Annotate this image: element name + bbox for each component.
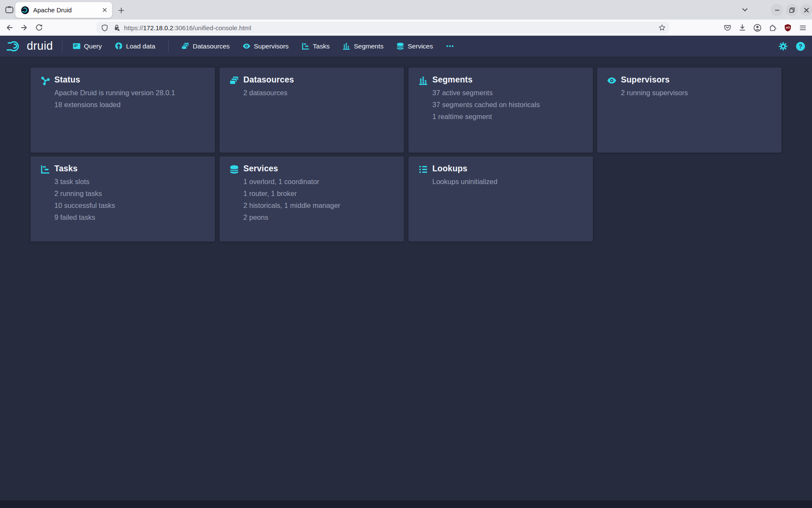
datasources-icon [181,42,189,50]
card-stat-line: Lookups uninitialized [432,178,497,185]
forward-arrow-icon [20,23,28,32]
browser-window: Apache Druid [0,0,812,508]
account-button[interactable] [751,22,763,34]
url-host: 172.18.0.2 [143,24,173,31]
card-status[interactable]: Status Apache Druid is running version 2… [31,68,215,153]
tracking-protection-button[interactable] [100,23,109,32]
card-stat-line: 2 running tasks [54,190,115,197]
browser-tab-apache-druid[interactable]: Apache Druid [15,2,112,18]
restore-icon [789,7,795,14]
card-stat-line: 2 datasources [243,89,288,96]
card-lines: 1 overlord, 1 coordinator 1 router, 1 br… [243,178,340,226]
extensions-button[interactable] [767,22,778,34]
card-stat-line: 10 successful tasks [54,202,115,209]
card-segments[interactable]: Segments 37 active segments 37 segments … [409,68,593,153]
reload-button[interactable] [33,22,45,34]
navbar-divider [62,40,62,52]
card-stat-line: 2 running supervisors [621,89,688,96]
card-services[interactable]: Services 1 overlord, 1 coordinator 1 rou… [220,156,404,241]
card-tasks[interactable]: Tasks 3 task slots 2 running tasks 10 su… [31,156,215,241]
tab-title: Apache Druid [33,6,99,14]
menu-button[interactable] [797,22,809,34]
downloads-button[interactable] [736,22,748,34]
settings-button[interactable] [778,42,788,51]
druid-navbar: druid Query Load data Datasources Superv… [0,36,812,57]
list-all-tabs-button[interactable] [739,4,751,15]
card-stat-line: 3 task slots [54,178,115,185]
card-lines: 2 running supervisors [621,89,688,101]
close-icon [803,7,810,14]
card-title: Services [243,164,278,173]
card-stat-line: 37 segments cached on historicals [432,101,540,108]
nav-item-datasources[interactable]: Datasources [181,42,230,50]
minimize-icon [774,7,781,14]
nav-item-segments[interactable]: Segments [342,42,383,50]
card-stat-line: 2 historicals, 1 middle manager [243,202,340,209]
card-title: Lookups [432,164,468,173]
gantt-chart-icon [40,165,50,174]
card-stat-line: Apache Druid is running version 28.0.1 [54,89,175,96]
url-text: https://172.18.0.2:30616/unified-console… [124,24,657,31]
firefox-view-icon [5,6,14,14]
nav-item-label: Services [408,43,433,50]
card-stat-line: 1 overlord, 1 coordinator [243,178,340,185]
card-stat-line: 18 extensions loaded [54,101,175,108]
plus-icon [117,6,125,14]
firefox-view-button[interactable] [3,5,15,15]
nav-more-button[interactable] [445,42,454,50]
nav-item-query[interactable]: Query [73,42,102,50]
window-minimize-button[interactable] [771,4,783,16]
nav-item-label: Tasks [313,43,330,50]
nav-item-label: Query [84,43,102,50]
lock-warning-icon [113,23,121,32]
new-tab-button[interactable] [116,5,127,16]
back-button[interactable] [3,22,15,34]
card-datasources[interactable]: Datasources 2 datasources [220,68,404,153]
card-lines: 37 active segments 37 segments cached on… [432,89,540,125]
card-stat-line: 1 router, 1 broker [243,190,340,197]
forward-button[interactable] [18,22,30,34]
reload-icon [35,23,43,32]
help-button[interactable]: ? [796,42,805,51]
nav-item-label: Segments [354,43,383,50]
help-question-mark: ? [799,43,802,49]
gantt-chart-icon [302,42,310,50]
card-stat-line: 1 realtime segment [432,113,540,120]
window-restore-button[interactable] [786,4,798,16]
url-scheme: https:// [124,24,143,31]
eye-icon [607,76,617,85]
card-lines: Lookups uninitialized [432,178,497,190]
nav-item-services[interactable]: Services [396,42,433,50]
eye-icon [242,42,251,50]
card-lines: 2 datasources [243,89,288,101]
stacked-chart-icon [342,42,350,50]
hamburger-icon [799,24,807,32]
druid-brand[interactable]: druid [5,40,53,53]
puzzle-icon [768,23,777,32]
star-icon [658,24,666,31]
pocket-icon [723,23,732,32]
bookmark-star-button[interactable] [657,22,668,33]
card-title: Supervisors [621,75,670,85]
tab-close-button[interactable] [99,5,110,15]
druid-favicon [21,6,29,14]
properties-list-icon [418,165,428,174]
help-icon: ? [796,42,805,51]
card-title: Tasks [54,164,78,173]
card-stat-line: 37 active segments [432,89,540,96]
nav-item-supervisors[interactable]: Supervisors [242,42,289,50]
pocket-button[interactable] [722,22,733,34]
upload-icon [115,42,123,50]
url-path: :30616/unified-console.html [173,24,251,31]
card-lookups[interactable]: Lookups Lookups uninitialized [409,156,593,241]
connection-security-button[interactable] [113,23,121,32]
window-close-button[interactable] [800,4,812,16]
card-supervisors[interactable]: Supervisors 2 running supervisors [597,68,781,153]
database-icon [229,165,239,174]
close-icon [102,7,108,13]
nav-item-tasks[interactable]: Tasks [302,42,330,50]
datasources-icon [229,76,239,85]
ublock-button[interactable]: uO [782,22,794,34]
nav-item-load-data[interactable]: Load data [115,42,155,50]
url-address-field[interactable]: https://172.18.0.2:30616/unified-console… [96,22,669,34]
